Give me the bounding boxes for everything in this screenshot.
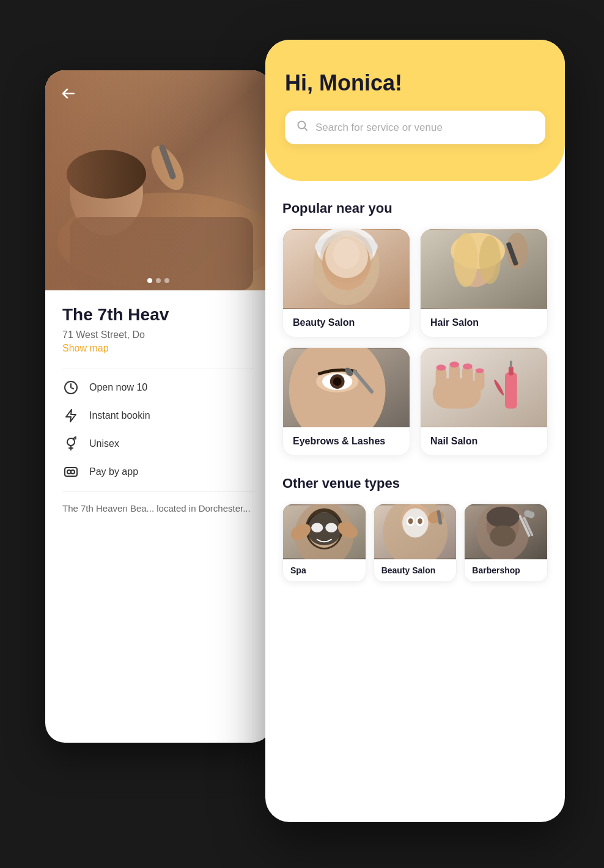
gender-text: Unisex	[89, 438, 119, 449]
svg-rect-6	[158, 144, 177, 180]
svg-point-63	[408, 518, 413, 524]
eyebrows-illustration	[283, 348, 410, 427]
barbershop-illustration	[465, 504, 547, 559]
beauty-salon-label: Beauty Salon	[283, 309, 410, 337]
service-card-eyebrows[interactable]: Eyebrows & Lashes	[282, 347, 410, 456]
svg-point-60	[402, 509, 428, 538]
spa-image	[283, 504, 366, 559]
divider-1	[62, 369, 254, 369]
svg-rect-46	[510, 361, 512, 368]
divider-2	[62, 491, 254, 492]
venue-address: 71 West Street, Do	[62, 329, 254, 340]
other-venues-grid: Spa	[282, 504, 548, 582]
lightning-icon	[62, 407, 79, 424]
svg-point-5	[145, 141, 191, 195]
dot-3	[164, 278, 169, 283]
hours-text: Open now 10	[89, 382, 147, 393]
beauty-salon-2-image	[374, 504, 457, 559]
svg-point-1	[57, 193, 271, 290]
popular-services-grid: Beauty Salon	[282, 229, 548, 456]
scene: The 7th Heav 71 West Street, Do Show map…	[39, 21, 565, 847]
svg-point-53	[311, 523, 323, 532]
eyebrows-label: Eyebrows & Lashes	[283, 427, 410, 455]
venue-type-spa[interactable]: Spa	[282, 504, 366, 582]
beauty-salon-image	[283, 229, 410, 309]
image-dots	[147, 278, 169, 283]
info-row-booking: Instant bookin	[62, 407, 254, 424]
dot-1	[147, 278, 152, 283]
svg-point-31	[333, 377, 342, 386]
hair-salon-label: Hair Salon	[421, 309, 547, 337]
svg-point-22	[454, 233, 477, 287]
svg-point-17	[322, 236, 370, 290]
svg-point-2	[70, 150, 143, 235]
svg-point-18	[333, 239, 359, 269]
venue-title: The 7th Heav	[62, 305, 254, 325]
back-button[interactable]	[57, 83, 79, 105]
main-app-card: Hi, Monica! Search for service or venue …	[265, 40, 565, 822]
hair-salon-image	[421, 229, 547, 309]
nail-salon-label: Nail Salon	[421, 427, 547, 455]
svg-point-54	[325, 523, 337, 532]
spa-illustration	[283, 504, 366, 559]
nail-salon-illustration	[421, 348, 547, 427]
venue-detail-card: The 7th Heav 71 West Street, Do Show map…	[45, 70, 271, 743]
greeting-text: Hi, Monica!	[285, 70, 545, 96]
nail-salon-image	[421, 348, 547, 427]
svg-rect-45	[509, 367, 514, 376]
venue-type-barbershop[interactable]: Barbershop	[464, 504, 548, 582]
beauty-salon-2-illustration	[374, 504, 457, 559]
hair-salon-illustration	[421, 229, 547, 309]
svg-point-42	[463, 364, 473, 370]
info-row-gender: Unisex	[62, 435, 254, 452]
svg-point-71	[490, 525, 516, 546]
search-input[interactable]: Search for service or venue	[315, 122, 443, 134]
dot-2	[156, 278, 161, 283]
info-row-hours: Open now 10	[62, 379, 254, 396]
beauty-salon-2-label: Beauty Salon	[374, 559, 457, 581]
svg-point-41	[449, 362, 459, 368]
barbershop-image	[465, 504, 547, 559]
app-header: Hi, Monica! Search for service or venue	[265, 40, 565, 181]
other-venues-title: Other venue types	[282, 476, 548, 491]
svg-point-40	[436, 365, 446, 371]
svg-point-8	[67, 438, 75, 446]
clock-icon	[62, 379, 79, 396]
service-card-nail-salon[interactable]: Nail Salon	[420, 347, 548, 456]
venue-content: The 7th Heav 71 West Street, Do Show map…	[45, 290, 271, 531]
svg-point-11	[71, 470, 75, 474]
svg-rect-44	[505, 372, 517, 408]
svg-point-3	[67, 150, 146, 199]
venue-description: The 7th Heaven Bea... located in Dorches…	[62, 502, 254, 516]
popular-section-title: Popular near you	[282, 200, 548, 216]
show-map-link[interactable]: Show map	[62, 343, 254, 354]
search-bar[interactable]: Search for service or venue	[285, 111, 545, 144]
svg-point-43	[476, 368, 484, 373]
venue-image	[45, 70, 271, 290]
beauty-salon-illustration	[283, 229, 410, 309]
service-card-hair-salon[interactable]: Hair Salon	[420, 229, 548, 337]
eyebrows-image	[283, 348, 410, 427]
venue-type-beauty-salon-2[interactable]: Beauty Salon	[374, 504, 457, 582]
spa-label: Spa	[283, 559, 366, 581]
gender-icon	[62, 435, 79, 452]
booking-text: Instant bookin	[89, 410, 150, 421]
svg-point-23	[479, 236, 501, 284]
payment-icon	[62, 463, 79, 480]
search-icon	[297, 120, 308, 134]
svg-point-64	[418, 518, 422, 524]
payment-text: Pay by app	[89, 466, 138, 477]
info-row-payment: Pay by app	[62, 463, 254, 480]
app-body: Popular near you	[265, 181, 565, 822]
barbershop-label: Barbershop	[465, 559, 547, 581]
service-card-beauty-salon[interactable]: Beauty Salon	[282, 229, 410, 337]
svg-point-70	[487, 507, 520, 528]
